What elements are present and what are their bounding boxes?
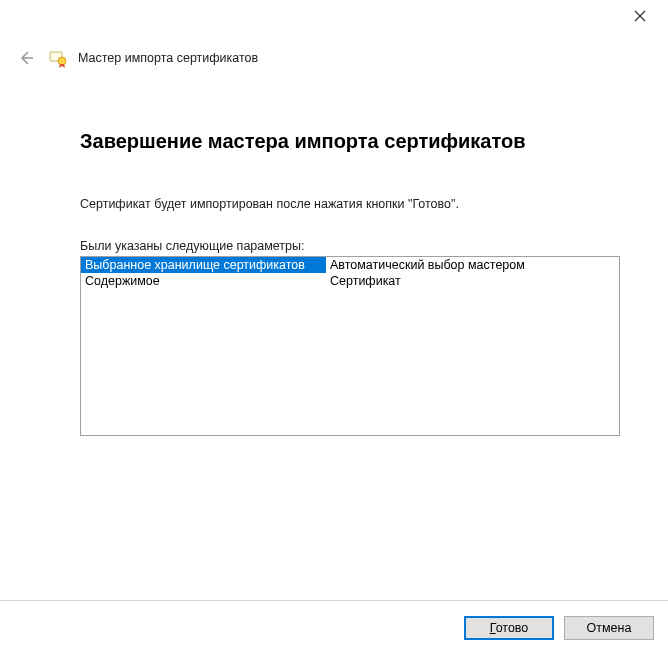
certificate-wizard-icon [48,48,68,68]
params-key: Выбранное хранилище сертификатов [81,257,326,273]
wizard-content: Завершение мастера импорта сертификатов … [80,130,620,436]
params-value: Автоматический выбор мастером [326,257,619,273]
params-row[interactable]: Выбранное хранилище сертификатовАвтомати… [81,257,619,273]
page-description: Сертификат будет импортирован после нажа… [80,197,620,211]
wizard-header: Мастер импорта сертификатов [14,46,258,70]
params-label: Были указаны следующие параметры: [80,239,620,253]
close-button[interactable] [634,10,654,30]
params-value: Сертификат [326,273,619,289]
params-key: Содержимое [81,273,326,289]
cancel-button[interactable]: Отмена [564,616,654,640]
svg-point-4 [58,57,66,65]
wizard-footer: Готово Отмена [0,600,668,654]
params-row[interactable]: СодержимоеСертификат [81,273,619,289]
params-listbox[interactable]: Выбранное хранилище сертификатовАвтомати… [80,256,620,436]
wizard-title: Мастер импорта сертификатов [78,51,258,65]
back-button[interactable] [14,46,38,70]
finish-button[interactable]: Готово [464,616,554,640]
page-heading: Завершение мастера импорта сертификатов [80,130,620,153]
